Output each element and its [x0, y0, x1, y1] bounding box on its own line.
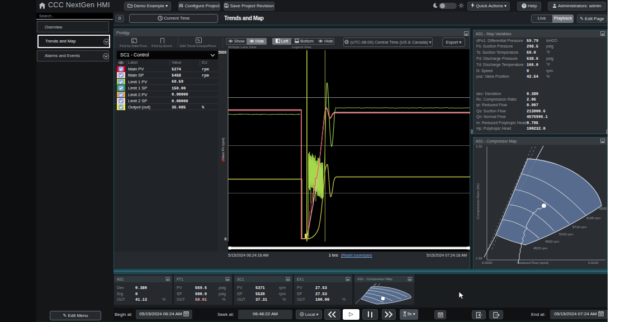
svg-text:5315 rpm: 5315 rpm	[559, 233, 573, 236]
svg-text:6105 rpm: 6105 rpm	[586, 216, 600, 220]
svg-text:?: ?	[523, 3, 525, 7]
svg-text:4525 rpm: 4525 rpm	[533, 247, 547, 250]
svg-text:6500: 6500	[599, 207, 607, 210]
svg-text:4920 rpm: 4920 rpm	[545, 240, 559, 243]
svg-text:5710 rpm: 5710 rpm	[572, 225, 586, 229]
